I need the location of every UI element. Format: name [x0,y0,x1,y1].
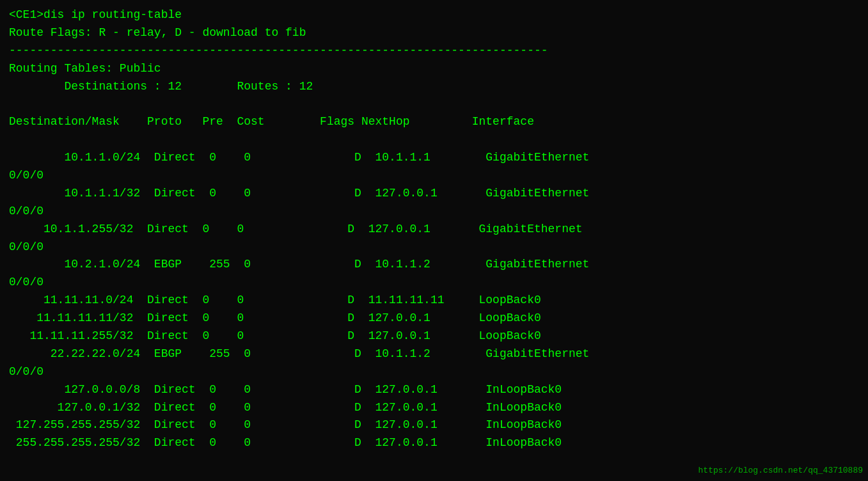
watermark: https://blog.csdn.net/qq_43710889 [698,464,863,477]
terminal-output: <CE1>dis ip routing-table Route Flags: R… [9,6,859,452]
